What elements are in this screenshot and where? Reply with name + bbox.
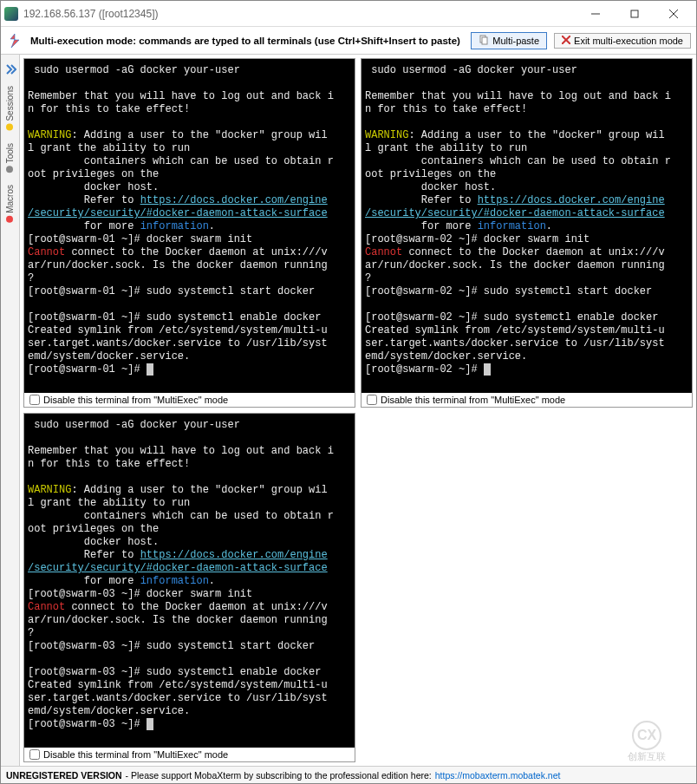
multi-exec-icon [6,32,23,49]
disable-checkbox[interactable] [29,395,40,405]
sidebar-label: Tools [5,143,15,163]
sidebar-label: Macros [5,185,15,213]
disable-checkbox[interactable] [29,749,40,760]
svg-rect-5 [482,37,487,44]
multi-paste-button[interactable]: Multi-paste [471,32,547,49]
sidebar-tab-sessions[interactable]: Sessions [5,81,15,136]
mode-description: Multi-execution mode: commands are typed… [30,36,467,46]
unregistered-label: UNREGISTERED VERSION [6,770,122,781]
close-icon [562,36,570,46]
sidebar-tab-macros[interactable]: Macros [5,180,15,228]
terminal-output[interactable]: sudo usermod -aG docker your-user Rememb… [24,59,355,393]
footer-message: - Please support MobaXterm by subscribin… [126,770,432,781]
multi-paste-label: Multi-paste [492,36,539,46]
sidebar-tab-tools[interactable]: Tools [5,138,15,178]
disable-checkbox[interactable] [367,395,377,405]
multi-exec-toolbar: Multi-execution mode: commands are typed… [1,27,696,55]
disable-label: Disable this terminal from "MultiExec" m… [381,395,565,405]
tools-icon [7,166,14,173]
terminal-pane-1: sudo usermod -aG docker your-user Rememb… [23,58,355,408]
sidebar: Sessions Tools Macros [1,55,20,766]
disable-row: Disable this terminal from "MultiExec" m… [24,393,355,407]
maximize-button[interactable] [615,2,654,26]
titlebar: 192.168.56.137 ([root12345]) [1,1,696,27]
main-area: Sessions Tools Macros sudo usermod -aG d… [1,55,696,766]
disable-label: Disable this terminal from "MultiExec" m… [43,749,228,760]
exit-multi-exec-button[interactable]: Exit multi-execution mode [554,33,691,49]
terminal-pane-2: sudo usermod -aG docker your-user Rememb… [361,58,693,408]
window-controls [576,2,693,26]
disable-label: Disable this terminal from "MultiExec" m… [43,395,228,405]
app-icon [4,7,18,21]
disable-row: Disable this terminal from "MultiExec" m… [24,748,355,761]
terminal-pane-3: sudo usermod -aG docker your-user Rememb… [23,413,355,762]
sidebar-expand-icon[interactable] [3,62,18,77]
terminal-output[interactable]: sudo usermod -aG docker your-user Rememb… [24,414,355,748]
paste-icon [479,35,489,47]
empty-cell [361,413,693,762]
window-title: 192.168.56.137 ([root12345]) [23,8,576,20]
disable-row: Disable this terminal from "MultiExec" m… [362,393,692,407]
minimize-button[interactable] [576,2,615,26]
statusbar: UNREGISTERED VERSION - Please support Mo… [1,766,696,783]
exit-label: Exit multi-execution mode [574,36,683,46]
close-button[interactable] [654,2,693,26]
svg-rect-1 [631,10,638,17]
terminal-output[interactable]: sudo usermod -aG docker your-user Rememb… [362,59,692,393]
macros-icon [7,216,14,223]
terminal-grid: sudo usermod -aG docker your-user Rememb… [20,55,696,766]
sidebar-label: Sessions [5,86,15,121]
footer-link[interactable]: https://mobaxterm.mobatek.net [435,770,561,781]
star-icon [7,124,14,131]
